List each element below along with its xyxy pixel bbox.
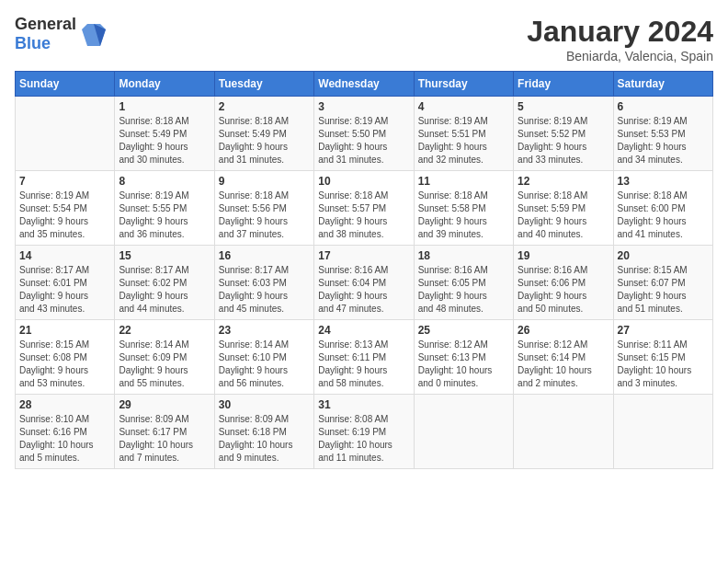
day-number: 6 (618, 100, 709, 113)
day-info: Sunrise: 8:16 AM Sunset: 6:05 PM Dayligh… (418, 264, 509, 316)
calendar-table: SundayMondayTuesdayWednesdayThursdayFrid… (15, 71, 713, 469)
calendar-cell: 19Sunrise: 8:16 AM Sunset: 6:06 PM Dayli… (514, 246, 613, 320)
week-row-1: 7Sunrise: 8:19 AM Sunset: 5:54 PM Daylig… (16, 171, 713, 246)
calendar-cell: 8Sunrise: 8:19 AM Sunset: 5:55 PM Daylig… (115, 171, 214, 246)
calendar-cell: 29Sunrise: 8:09 AM Sunset: 6:17 PM Dayli… (115, 395, 214, 469)
calendar-cell (613, 395, 712, 469)
day-number: 10 (318, 175, 409, 188)
day-info: Sunrise: 8:19 AM Sunset: 5:54 PM Dayligh… (19, 190, 110, 241)
main-title: January 2024 (527, 15, 713, 49)
day-info: Sunrise: 8:18 AM Sunset: 5:57 PM Dayligh… (318, 190, 409, 241)
calendar-cell: 3Sunrise: 8:19 AM Sunset: 5:50 PM Daylig… (314, 97, 414, 171)
week-row-3: 21Sunrise: 8:15 AM Sunset: 6:08 PM Dayli… (16, 320, 713, 395)
day-number: 2 (219, 100, 310, 113)
calendar-cell (514, 395, 613, 469)
day-info: Sunrise: 8:12 AM Sunset: 6:13 PM Dayligh… (418, 339, 509, 390)
day-number: 12 (518, 175, 609, 188)
calendar-cell: 12Sunrise: 8:18 AM Sunset: 5:59 PM Dayli… (514, 171, 613, 246)
day-number: 26 (518, 324, 609, 337)
day-number: 4 (418, 100, 509, 113)
day-info: Sunrise: 8:16 AM Sunset: 6:06 PM Dayligh… (518, 264, 609, 316)
day-number: 19 (518, 249, 609, 262)
calendar-cell (16, 97, 115, 171)
header-day-saturday: Saturday (613, 72, 712, 97)
calendar-cell: 1Sunrise: 8:18 AM Sunset: 5:49 PM Daylig… (115, 97, 214, 171)
day-number: 8 (119, 175, 210, 188)
header-day-tuesday: Tuesday (214, 72, 313, 97)
day-info: Sunrise: 8:17 AM Sunset: 6:03 PM Dayligh… (219, 264, 310, 316)
day-info: Sunrise: 8:19 AM Sunset: 5:50 PM Dayligh… (318, 115, 409, 167)
day-info: Sunrise: 8:19 AM Sunset: 5:52 PM Dayligh… (518, 115, 609, 167)
header-day-wednesday: Wednesday (314, 72, 414, 97)
day-number: 1 (119, 100, 210, 113)
week-row-0: 1Sunrise: 8:18 AM Sunset: 5:49 PM Daylig… (16, 97, 713, 171)
day-info: Sunrise: 8:17 AM Sunset: 6:01 PM Dayligh… (19, 264, 110, 316)
calendar-cell: 6Sunrise: 8:19 AM Sunset: 5:53 PM Daylig… (613, 97, 712, 171)
day-number: 5 (518, 100, 609, 113)
header-day-thursday: Thursday (414, 72, 513, 97)
day-number: 30 (219, 398, 310, 411)
calendar-cell: 21Sunrise: 8:15 AM Sunset: 6:08 PM Dayli… (16, 320, 115, 395)
calendar-header: SundayMondayTuesdayWednesdayThursdayFrid… (16, 72, 713, 97)
calendar-body: 1Sunrise: 8:18 AM Sunset: 5:49 PM Daylig… (16, 97, 713, 469)
calendar-cell: 24Sunrise: 8:13 AM Sunset: 6:11 PM Dayli… (314, 320, 414, 395)
day-info: Sunrise: 8:18 AM Sunset: 5:56 PM Dayligh… (219, 190, 310, 241)
calendar-cell: 31Sunrise: 8:08 AM Sunset: 6:19 PM Dayli… (314, 395, 414, 469)
day-number: 22 (119, 324, 210, 337)
day-number: 14 (19, 249, 110, 262)
calendar-cell: 22Sunrise: 8:14 AM Sunset: 6:09 PM Dayli… (115, 320, 214, 395)
day-info: Sunrise: 8:14 AM Sunset: 6:10 PM Dayligh… (219, 339, 310, 390)
day-number: 16 (219, 249, 310, 262)
day-number: 13 (618, 175, 709, 188)
calendar-cell: 10Sunrise: 8:18 AM Sunset: 5:57 PM Dayli… (314, 171, 414, 246)
day-number: 29 (119, 398, 210, 411)
day-info: Sunrise: 8:18 AM Sunset: 5:49 PM Dayligh… (219, 115, 310, 167)
week-row-2: 14Sunrise: 8:17 AM Sunset: 6:01 PM Dayli… (16, 246, 713, 320)
header: General Blue January 2024 Beniarda, Vale… (15, 15, 713, 63)
day-info: Sunrise: 8:08 AM Sunset: 6:19 PM Dayligh… (318, 413, 409, 465)
calendar-cell: 9Sunrise: 8:18 AM Sunset: 5:56 PM Daylig… (214, 171, 313, 246)
day-number: 31 (318, 398, 409, 411)
day-number: 3 (318, 100, 409, 113)
day-number: 17 (318, 249, 409, 262)
calendar-cell: 27Sunrise: 8:11 AM Sunset: 6:15 PM Dayli… (613, 320, 712, 395)
day-number: 15 (119, 249, 210, 262)
day-number: 18 (418, 249, 509, 262)
day-info: Sunrise: 8:09 AM Sunset: 6:17 PM Dayligh… (119, 413, 210, 465)
calendar-cell: 17Sunrise: 8:16 AM Sunset: 6:04 PM Dayli… (314, 246, 414, 320)
calendar-cell: 15Sunrise: 8:17 AM Sunset: 6:02 PM Dayli… (115, 246, 214, 320)
day-number: 28 (19, 398, 110, 411)
calendar-cell: 18Sunrise: 8:16 AM Sunset: 6:05 PM Dayli… (414, 246, 513, 320)
calendar-cell: 5Sunrise: 8:19 AM Sunset: 5:52 PM Daylig… (514, 97, 613, 171)
day-info: Sunrise: 8:15 AM Sunset: 6:07 PM Dayligh… (618, 264, 709, 316)
calendar-cell: 2Sunrise: 8:18 AM Sunset: 5:49 PM Daylig… (214, 97, 313, 171)
calendar-cell (414, 395, 513, 469)
logo: General Blue (15, 15, 108, 53)
subtitle: Beniarda, Valencia, Spain (527, 49, 713, 63)
logo-blue: Blue (15, 34, 51, 52)
week-row-4: 28Sunrise: 8:10 AM Sunset: 6:16 PM Dayli… (16, 395, 713, 469)
calendar-cell: 16Sunrise: 8:17 AM Sunset: 6:03 PM Dayli… (214, 246, 313, 320)
logo-text: General Blue (15, 15, 76, 53)
header-day-friday: Friday (514, 72, 613, 97)
day-number: 21 (19, 324, 110, 337)
day-info: Sunrise: 8:16 AM Sunset: 6:04 PM Dayligh… (318, 264, 409, 316)
day-info: Sunrise: 8:17 AM Sunset: 6:02 PM Dayligh… (119, 264, 210, 316)
header-row: SundayMondayTuesdayWednesdayThursdayFrid… (16, 72, 713, 97)
day-number: 25 (418, 324, 509, 337)
title-area: January 2024 Beniarda, Valencia, Spain (527, 15, 713, 63)
logo-icon (80, 20, 108, 48)
calendar-cell: 28Sunrise: 8:10 AM Sunset: 6:16 PM Dayli… (16, 395, 115, 469)
calendar-cell: 25Sunrise: 8:12 AM Sunset: 6:13 PM Dayli… (414, 320, 513, 395)
calendar-cell: 14Sunrise: 8:17 AM Sunset: 6:01 PM Dayli… (16, 246, 115, 320)
calendar-cell: 13Sunrise: 8:18 AM Sunset: 6:00 PM Dayli… (613, 171, 712, 246)
day-info: Sunrise: 8:19 AM Sunset: 5:53 PM Dayligh… (618, 115, 709, 167)
header-day-monday: Monday (115, 72, 214, 97)
day-info: Sunrise: 8:19 AM Sunset: 5:51 PM Dayligh… (418, 115, 509, 167)
day-info: Sunrise: 8:14 AM Sunset: 6:09 PM Dayligh… (119, 339, 210, 390)
calendar-cell: 20Sunrise: 8:15 AM Sunset: 6:07 PM Dayli… (613, 246, 712, 320)
day-info: Sunrise: 8:18 AM Sunset: 5:59 PM Dayligh… (518, 190, 609, 241)
logo-general: General (15, 15, 76, 33)
day-info: Sunrise: 8:12 AM Sunset: 6:14 PM Dayligh… (518, 339, 609, 390)
calendar-cell: 23Sunrise: 8:14 AM Sunset: 6:10 PM Dayli… (214, 320, 313, 395)
